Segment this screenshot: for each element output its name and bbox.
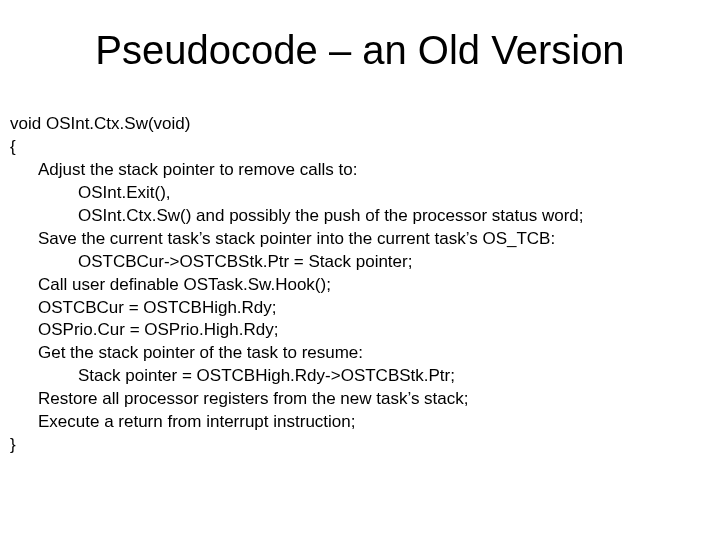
code-line: OSInt.Exit(), (78, 182, 720, 205)
code-line: OSTCBCur = OSTCBHigh.Rdy; (38, 297, 720, 320)
pseudocode-block: void OSInt.Ctx.Sw(void) { Adjust the sta… (10, 113, 720, 457)
code-line: OSPrio.Cur = OSPrio.High.Rdy; (38, 319, 720, 342)
code-line: Call user definable OSTask.Sw.Hook(); (38, 274, 720, 297)
code-line: OSInt.Ctx.Sw() and possibly the push of … (78, 205, 720, 228)
code-line: OSTCBCur->OSTCBStk.Ptr = Stack pointer; (78, 251, 720, 274)
code-line: Save the current task’s stack pointer in… (38, 228, 720, 251)
code-line: Restore all processor registers from the… (38, 388, 720, 411)
page-title: Pseudocode – an Old Version (0, 28, 720, 73)
code-line: Get the stack pointer of the task to res… (38, 342, 720, 365)
close-brace: } (10, 434, 720, 457)
open-brace: { (10, 136, 720, 159)
slide: Pseudocode – an Old Version void OSInt.C… (0, 28, 720, 540)
code-line: Execute a return from interrupt instruct… (38, 411, 720, 434)
function-signature: void OSInt.Ctx.Sw(void) (10, 113, 720, 136)
code-line: Stack pointer = OSTCBHigh.Rdy->OSTCBStk.… (78, 365, 720, 388)
code-line: Adjust the stack pointer to remove calls… (38, 159, 720, 182)
